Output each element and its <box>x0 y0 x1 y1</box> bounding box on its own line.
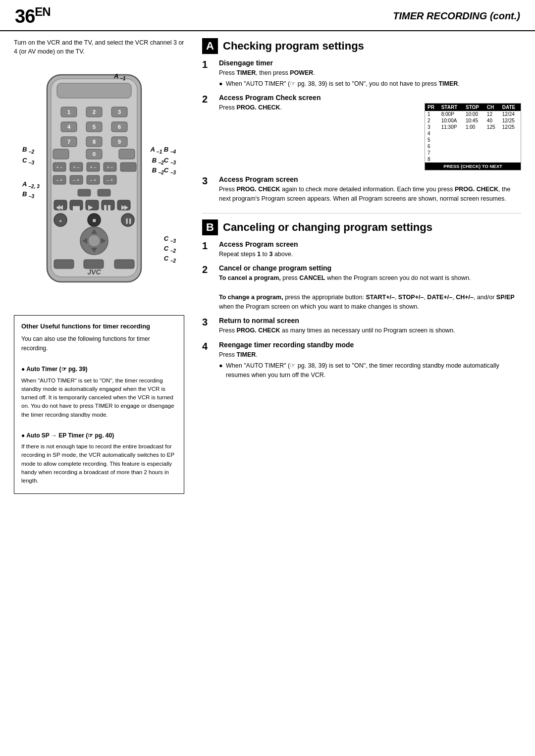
b-step-1-content: Access Program screen Repeat steps 1 to … <box>219 240 521 259</box>
svg-text:0: 0 <box>93 151 96 157</box>
svg-text:– +: – + <box>90 178 97 183</box>
svg-point-65 <box>88 235 100 247</box>
svg-text:8: 8 <box>93 139 96 145</box>
svg-text:+ –: + – <box>73 165 80 170</box>
section-b-step-4: 4 Reengage timer recording standby mode … <box>202 341 521 380</box>
svg-rect-23 <box>119 149 135 159</box>
table-row: 18:00P10:001212/24 <box>425 111 521 117</box>
step-2-subtitle: Access Program Check screen <box>219 94 521 102</box>
b-step-1-num: 1 <box>202 240 213 252</box>
step-3-num: 3 <box>202 175 213 187</box>
section-b-letter: B <box>202 219 218 235</box>
remote-illustration: 1 2 3 4 5 6 7 <box>14 62 184 305</box>
svg-text:+ –: + – <box>90 165 97 170</box>
b-step-1-body: Repeat steps 1 to 3 above. <box>219 250 521 259</box>
useful-functions-title: Other Useful functions for timer recordi… <box>21 322 177 331</box>
label-c2a: C –2 <box>164 245 176 254</box>
right-column: A Checking program settings 1 Disengage … <box>193 31 535 501</box>
auto-sp-ep-body: If there is not enough tape to record th… <box>21 442 177 485</box>
b-step-1-subtitle: Access Program screen <box>219 240 521 248</box>
prog-check-instruction: Press PROG. CHECK. <box>219 103 419 112</box>
col-pr: PR <box>425 104 439 111</box>
page: 36EN TIMER RECORDING (cont.) Turn on the… <box>0 0 535 756</box>
svg-text:5: 5 <box>93 124 96 130</box>
svg-text:– +: – + <box>107 178 113 183</box>
table-row: 5 <box>425 137 521 143</box>
lang-suffix: EN <box>35 5 50 18</box>
useful-functions-box: Other Useful functions for timer recordi… <box>14 315 184 494</box>
svg-text:JVC: JVC <box>87 268 101 276</box>
label-a23: A –2, 3 <box>22 180 40 189</box>
b-step-4-num: 4 <box>202 341 213 352</box>
step-1-num: 1 <box>202 59 213 70</box>
section-b-step-3: 3 Return to normal screen Press PROG. CH… <box>202 317 521 335</box>
svg-rect-48 <box>117 200 130 210</box>
section-b-step-2: 2 Cancel or change program setting To ca… <box>202 264 521 312</box>
step-2-content: Access Program Check screen Press PROG. … <box>219 94 521 170</box>
svg-rect-72 <box>114 260 134 269</box>
svg-rect-29 <box>120 162 136 171</box>
b-step-2-num: 2 <box>202 264 213 275</box>
table-row: 210:00A10:454012/25 <box>425 117 521 124</box>
section-a: A Checking program settings 1 Disengage … <box>202 38 521 204</box>
b-step-2-body: To cancel a program, press CANCEL when t… <box>219 273 521 312</box>
svg-text:3: 3 <box>118 109 121 115</box>
svg-rect-54 <box>73 206 80 211</box>
svg-text:2: 2 <box>93 109 96 115</box>
svg-rect-46 <box>86 200 99 210</box>
label-c2b: C –2 <box>164 255 176 264</box>
svg-rect-42 <box>78 189 91 196</box>
section-b: B Canceling or changing program settings… <box>202 219 521 380</box>
remote-svg: 1 2 3 4 5 6 7 <box>42 72 146 285</box>
col-stop: STOP <box>463 104 484 111</box>
svg-rect-43 <box>98 189 110 196</box>
label-c3b: C –3 <box>164 235 176 244</box>
svg-text:+ –: + – <box>56 165 63 170</box>
b-step-2-content: Cancel or change program setting To canc… <box>219 264 521 312</box>
section-a-title: Checking program settings <box>223 40 364 53</box>
step-1-bullet-text: When "AUTO TIMER" (☞ pg. 38, 39) is set … <box>226 79 460 89</box>
label-b3: B –3 <box>22 190 34 199</box>
b-step-4-subtitle: Reengage timer recording standby mode <box>219 341 521 349</box>
label-b2c3a: B –2C –3 <box>152 157 176 165</box>
auto-timer-title: ● Auto Timer (☞ pg. 39) <box>21 366 88 373</box>
step-1-body: Press TIMER, then press POWER. <box>219 68 521 78</box>
svg-text:– +: – + <box>73 178 80 183</box>
step-3-subtitle: Access Program screen <box>219 175 521 183</box>
step-1-content: Disengage timer Press TIMER, then press … <box>219 59 521 89</box>
step-2-num: 2 <box>202 94 213 105</box>
page-number: 36EN <box>15 5 51 27</box>
svg-text:+ –: + – <box>107 165 113 170</box>
b-step-4-content: Reengage timer recording standby mode Pr… <box>219 341 521 380</box>
svg-text:9: 9 <box>118 139 121 145</box>
section-a-step-3: 3 Access Program screen Press PROG. CHEC… <box>202 175 521 204</box>
chapter-title: TIMER RECORDING (cont.) <box>393 10 520 22</box>
label-a1b4: A –1 B –4 <box>151 146 176 155</box>
svg-text:●: ● <box>59 218 61 223</box>
col-start: START <box>439 104 463 111</box>
label-b2c3b: B –2C –3 <box>152 166 176 175</box>
section-b-heading: B Canceling or changing program settings <box>202 219 521 235</box>
svg-rect-2 <box>57 83 131 98</box>
svg-rect-21 <box>53 149 69 159</box>
b-step-3-num: 3 <box>202 317 213 328</box>
b-step-3-subtitle: Return to normal screen <box>219 317 521 324</box>
step-3-body: Press PROG. CHECK again to check more de… <box>219 185 521 204</box>
b-step-4-bullet-text: When "AUTO TIMER" (☞ pg. 38, 39) is set … <box>226 361 521 380</box>
section-divider <box>202 213 521 214</box>
left-column: Turn on the VCR and the TV, and select t… <box>0 31 193 501</box>
svg-text:7: 7 <box>67 139 70 145</box>
svg-text:4: 4 <box>67 124 71 130</box>
svg-text:– +: – + <box>56 178 63 183</box>
svg-text:6: 6 <box>118 124 121 130</box>
section-b-step-1: 1 Access Program screen Repeat steps 1 t… <box>202 240 521 259</box>
b-step-4-body: Press TIMER. <box>219 350 521 360</box>
table-row: 311:30P1:0012512/25 <box>425 124 521 130</box>
intro-text: Turn on the VCR and the TV, and select t… <box>14 38 184 57</box>
section-a-step-1: 1 Disengage timer Press TIMER, then pres… <box>202 59 521 89</box>
svg-text:▐▐: ▐▐ <box>125 218 131 224</box>
section-a-heading: A Checking program settings <box>202 38 521 54</box>
svg-text:■: ■ <box>92 217 96 224</box>
svg-rect-70 <box>54 260 74 269</box>
col-ch: CH <box>484 104 500 111</box>
